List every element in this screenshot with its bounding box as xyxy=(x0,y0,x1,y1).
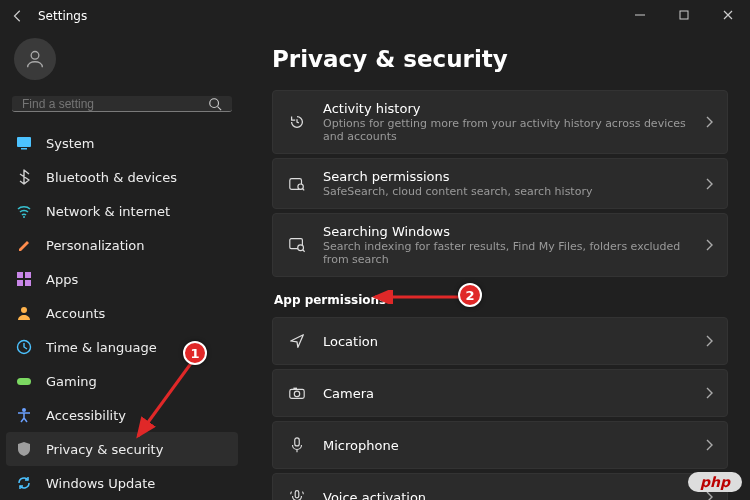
watermark: php xyxy=(688,472,742,492)
close-button[interactable] xyxy=(706,0,750,30)
svg-point-20 xyxy=(298,245,304,251)
annotation-1: 1 xyxy=(183,341,207,365)
sidebar: SystemBluetooth & devicesNetwork & inter… xyxy=(0,32,244,500)
window-title: Settings xyxy=(38,9,87,23)
setting-card-search-win[interactable]: Searching WindowsSearch indexing for fas… xyxy=(272,213,728,277)
sidebar-item-label: Time & language xyxy=(46,340,157,355)
apps-icon xyxy=(16,271,32,287)
sidebar-item-label: Personalization xyxy=(46,238,145,253)
chevron-right-icon xyxy=(705,239,713,251)
svg-rect-25 xyxy=(295,438,300,446)
gaming-icon xyxy=(16,373,32,389)
search-icon xyxy=(208,97,222,111)
back-button[interactable] xyxy=(4,9,32,23)
chevron-right-icon xyxy=(705,178,713,190)
camera-icon xyxy=(287,384,307,402)
svg-rect-5 xyxy=(17,137,31,147)
svg-point-12 xyxy=(21,307,27,313)
card-title: Activity history xyxy=(323,101,689,116)
sidebar-item-label: Windows Update xyxy=(46,476,155,491)
minimize-button[interactable] xyxy=(618,0,662,30)
sidebar-item-apps[interactable]: Apps xyxy=(6,262,238,296)
card-title: Searching Windows xyxy=(323,224,689,239)
chevron-right-icon xyxy=(705,335,713,347)
update-icon xyxy=(16,475,32,491)
sidebar-item-update[interactable]: Windows Update xyxy=(6,466,238,500)
chevron-right-icon xyxy=(705,116,713,128)
sidebar-item-personalization[interactable]: Personalization xyxy=(6,228,238,262)
permission-label: Camera xyxy=(323,386,689,401)
svg-point-2 xyxy=(31,51,39,59)
svg-rect-8 xyxy=(17,272,23,278)
avatar xyxy=(14,38,56,80)
permission-label: Voice activation xyxy=(323,490,689,501)
chevron-right-icon xyxy=(705,439,713,451)
personalization-icon xyxy=(16,237,32,253)
sidebar-item-system[interactable]: System xyxy=(6,126,238,160)
page-title: Privacy & security xyxy=(272,46,728,72)
card-subtitle: Options for getting more from your activ… xyxy=(323,117,689,143)
setting-card-search-perm[interactable]: Search permissionsSafeSearch, cloud cont… xyxy=(272,158,728,209)
sidebar-item-network[interactable]: Network & internet xyxy=(6,194,238,228)
svg-rect-9 xyxy=(25,272,31,278)
system-icon xyxy=(16,135,32,151)
svg-point-7 xyxy=(23,216,25,218)
sidebar-item-accessibility[interactable]: Accessibility xyxy=(6,398,238,432)
location-icon xyxy=(287,332,307,350)
sidebar-item-accounts[interactable]: Accounts xyxy=(6,296,238,330)
voice-icon xyxy=(287,488,307,500)
card-subtitle: SafeSearch, cloud content search, search… xyxy=(323,185,689,198)
sidebar-item-label: Network & internet xyxy=(46,204,170,219)
annotation-2: 2 xyxy=(458,283,482,307)
sidebar-item-label: Privacy & security xyxy=(46,442,163,457)
sidebar-item-label: System xyxy=(46,136,94,151)
permission-microphone[interactable]: Microphone xyxy=(272,421,728,469)
privacy-icon xyxy=(16,441,32,457)
permission-voice[interactable]: Voice activation xyxy=(272,473,728,500)
svg-rect-26 xyxy=(295,491,299,498)
svg-rect-24 xyxy=(293,388,297,390)
card-title: Search permissions xyxy=(323,169,689,184)
history-icon xyxy=(287,113,307,131)
chevron-right-icon xyxy=(705,491,713,500)
sidebar-item-label: Accounts xyxy=(46,306,105,321)
sidebar-item-gaming[interactable]: Gaming xyxy=(6,364,238,398)
section-label: App permissions xyxy=(274,293,728,307)
search-perm-icon xyxy=(287,175,307,193)
bluetooth-icon xyxy=(16,169,32,185)
accessibility-icon xyxy=(16,407,32,423)
sidebar-item-label: Apps xyxy=(46,272,78,287)
microphone-icon xyxy=(287,436,307,454)
permission-camera[interactable]: Camera xyxy=(272,369,728,417)
sidebar-item-label: Accessibility xyxy=(46,408,126,423)
svg-rect-6 xyxy=(21,148,27,150)
svg-rect-11 xyxy=(25,280,31,286)
permission-label: Location xyxy=(323,334,689,349)
sidebar-item-label: Bluetooth & devices xyxy=(46,170,177,185)
svg-point-15 xyxy=(22,408,26,412)
svg-line-18 xyxy=(302,188,304,190)
chevron-right-icon xyxy=(705,387,713,399)
card-subtitle: Search indexing for faster results, Find… xyxy=(323,240,689,266)
svg-rect-14 xyxy=(17,378,31,385)
accounts-icon xyxy=(16,305,32,321)
network-icon xyxy=(16,203,32,219)
search-field[interactable] xyxy=(22,97,208,111)
svg-line-21 xyxy=(303,250,305,252)
maximize-button[interactable] xyxy=(662,0,706,30)
time-icon xyxy=(16,339,32,355)
svg-point-23 xyxy=(294,391,299,396)
permission-label: Microphone xyxy=(323,438,689,453)
svg-rect-10 xyxy=(17,280,23,286)
svg-point-3 xyxy=(210,98,219,107)
search-win-icon xyxy=(287,236,307,254)
permission-location[interactable]: Location xyxy=(272,317,728,365)
profile-area[interactable] xyxy=(6,32,238,92)
sidebar-item-label: Gaming xyxy=(46,374,97,389)
svg-rect-1 xyxy=(680,11,688,19)
sidebar-item-privacy[interactable]: Privacy & security xyxy=(6,432,238,466)
setting-card-history[interactable]: Activity historyOptions for getting more… xyxy=(272,90,728,154)
sidebar-item-bluetooth[interactable]: Bluetooth & devices xyxy=(6,160,238,194)
main-content: Privacy & security Activity historyOptio… xyxy=(244,32,750,500)
search-input[interactable] xyxy=(12,96,232,112)
